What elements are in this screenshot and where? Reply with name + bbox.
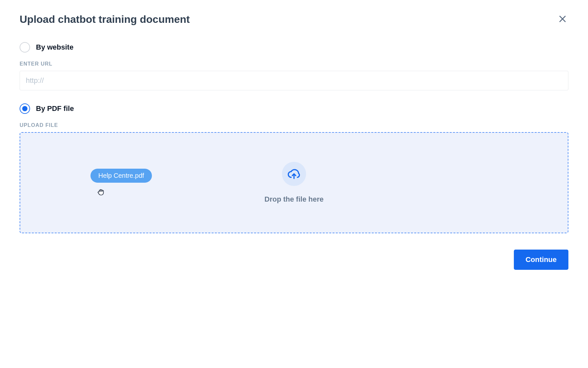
url-input[interactable] [20,71,568,90]
dropzone-text: Drop the file here [265,195,324,204]
close-icon [558,14,567,23]
url-section-label: ENTER URL [20,61,568,67]
radio-pdf[interactable] [20,103,30,114]
grab-cursor-icon [96,188,105,197]
upload-icon-circle [282,162,306,186]
close-button[interactable] [557,13,568,26]
cloud-upload-icon [287,167,301,181]
radio-label-pdf: By PDF file [36,104,74,113]
option-by-pdf[interactable]: By PDF file [20,103,568,114]
continue-button[interactable]: Continue [514,250,568,270]
radio-website[interactable] [20,42,30,53]
page-title: Upload chatbot training document [20,13,190,25]
option-by-website[interactable]: By website [20,42,568,53]
file-dropzone[interactable]: Help Centre.pdf Drop the file here [20,132,568,233]
dragged-file-chip: Help Centre.pdf [90,169,152,183]
radio-label-website: By website [36,43,74,52]
upload-section-label: UPLOAD FILE [20,122,568,128]
